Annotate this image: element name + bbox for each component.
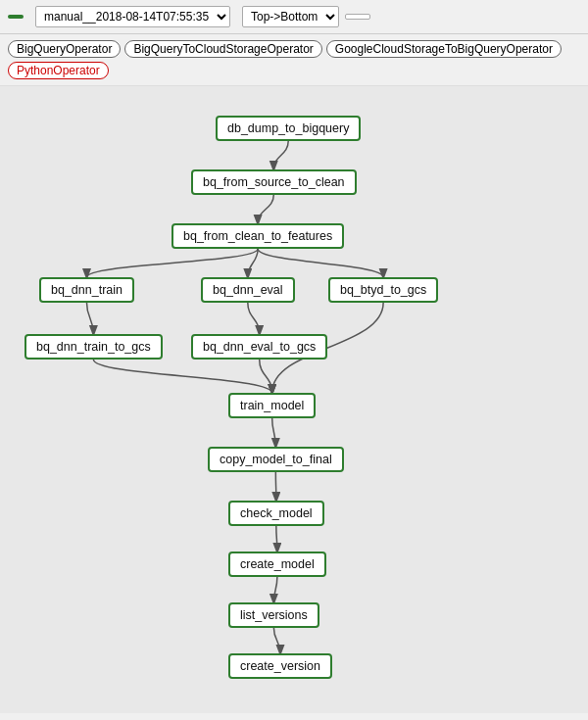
filter-tag-bq-op[interactable]: BigQueryOperator xyxy=(8,40,121,58)
filter-tag-bqtogcs-op[interactable]: BigQueryToCloudStorageOperator xyxy=(124,40,321,58)
node-create_version[interactable]: create_version xyxy=(228,653,332,679)
node-bq_from_source_to_clean[interactable]: bq_from_source_to_clean xyxy=(191,169,357,195)
go-button[interactable] xyxy=(345,14,370,20)
run-select[interactable]: manual__2018-08-14T07:55:35 xyxy=(35,6,230,27)
node-bq_btyd_to_gcs[interactable]: bq_btyd_to_gcs xyxy=(328,277,438,303)
node-bq_dnn_eval_to_gcs[interactable]: bq_dnn_eval_to_gcs xyxy=(191,334,327,360)
node-bq_dnn_train_to_gcs[interactable]: bq_dnn_train_to_gcs xyxy=(24,334,163,360)
node-bq_from_clean_to_features[interactable]: bq_from_clean_to_features xyxy=(172,223,344,249)
node-db_dump_to_bigquery[interactable]: db_dump_to_bigquery xyxy=(216,116,361,141)
node-bq_dnn_train[interactable]: bq_dnn_train xyxy=(39,277,134,303)
filter-tag-python-op[interactable]: PythonOperator xyxy=(8,62,109,79)
status-badge xyxy=(8,15,24,19)
node-check_model[interactable]: check_model xyxy=(228,501,324,526)
filter-tags: BigQueryOperatorBigQueryToCloudStorageOp… xyxy=(0,34,588,86)
topbar: manual__2018-08-14T07:55:35 Top->Bottom xyxy=(0,0,588,34)
dag-canvas: db_dump_to_bigquerybq_from_source_to_cle… xyxy=(0,86,588,713)
node-copy_model_to_final[interactable]: copy_model_to_final xyxy=(208,447,344,472)
node-train_model[interactable]: train_model xyxy=(228,393,316,418)
layout-select[interactable]: Top->Bottom xyxy=(242,6,339,27)
node-bq_dnn_eval[interactable]: bq_dnn_eval xyxy=(201,277,295,303)
filter-tag-gcstobq-op[interactable]: GoogleCloudStorageToBigQueryOperator xyxy=(326,40,562,58)
node-create_model[interactable]: create_model xyxy=(228,552,326,577)
node-list_versions[interactable]: list_versions xyxy=(228,602,319,628)
